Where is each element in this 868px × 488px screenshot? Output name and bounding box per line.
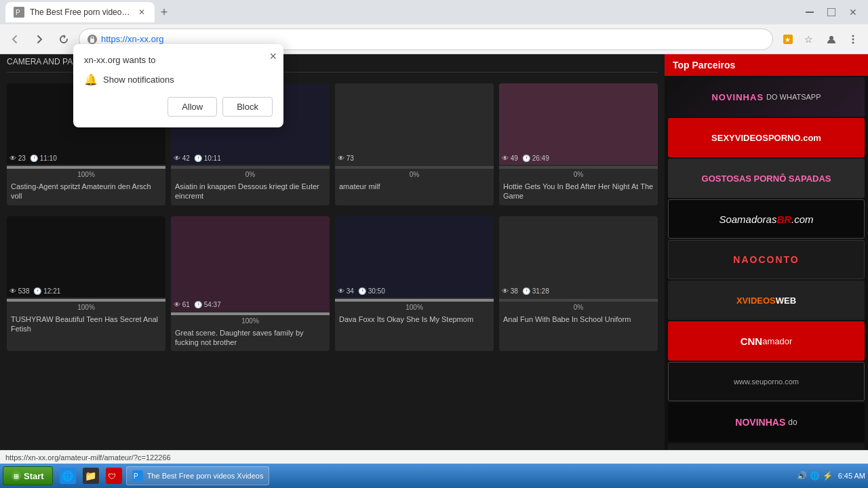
svg-text:P: P	[16, 9, 20, 16]
progress-bar-7	[335, 299, 494, 302]
svg-text:🌐: 🌐	[62, 470, 74, 482]
svg-text:☆: ☆	[804, 34, 813, 45]
svg-point-12	[852, 41, 854, 43]
block-button[interactable]: Block	[222, 97, 273, 117]
svg-marker-4	[64, 35, 66, 39]
popup-close-button[interactable]: ×	[269, 49, 277, 64]
svg-text:P: P	[134, 472, 138, 480]
popup-title: xn-xx.org wants to	[84, 55, 273, 65]
sidebar-ad-sexy[interactable]: SEXYVIDEOSPORNO.com	[668, 118, 865, 157]
status-url: https://xn-xx.org/amateur-milf/amateur/?…	[5, 453, 171, 462]
video-title-5: TUSHYRAW Beautiful Teen Has Secret Anal …	[7, 312, 165, 338]
sidebar-ad-novinhas[interactable]: NOVINHAS DO WHATSAPP	[668, 77, 865, 117]
view-count-4: 👁 49	[502, 155, 518, 162]
svg-text:🛡: 🛡	[108, 472, 116, 481]
back-button[interactable]	[5, 30, 24, 49]
video-title-6: Great scene. Daughter saves family by fu…	[171, 325, 330, 352]
duration-8: 🕐 31:28	[522, 287, 549, 295]
toolbar-icons: ★ ☆	[778, 30, 863, 49]
tray-icon-3: ⚡	[823, 471, 833, 481]
svg-text:📁: 📁	[85, 470, 97, 482]
refresh-button[interactable]	[54, 30, 73, 49]
sidebar-ad-naoconto[interactable]: NAOCONTO	[668, 240, 865, 279]
progress-bar-5	[7, 299, 165, 302]
tab-favicon: P	[14, 7, 24, 18]
taskbar-icon-2[interactable]: 📁	[80, 466, 102, 485]
browser-titlebar: P The Best Free porn videos Xvideos ✕ + …	[0, 0, 868, 24]
bookmark-star-icon[interactable]: ☆	[800, 30, 819, 49]
video-title-3: amateur milf	[335, 179, 494, 195]
close-button[interactable]: ✕	[844, 3, 863, 22]
view-count-1: 👁 23	[9, 155, 26, 162]
video-title-4: Hottie Gets You In Bed After Her Night A…	[499, 179, 658, 205]
taskbar: ⊞ Start 🌐 📁 🛡 P The Best Free porn video…	[0, 464, 868, 488]
video-thumb-4: 👁 49 🕐 26:49	[499, 83, 658, 165]
popup-buttons: Allow Block	[84, 97, 273, 117]
sidebar-header: Top Parceiros	[665, 54, 868, 76]
progress-bar-1	[7, 166, 165, 169]
url-display: https://xn-xx.org	[101, 34, 764, 44]
start-button[interactable]: ⊞ Start	[3, 466, 53, 485]
svg-rect-2	[806, 12, 814, 13]
video-card-8[interactable]: 👁 38 🕐 31:28 0% Anal Fun With Babe In Sc…	[499, 216, 658, 352]
video-card-4[interactable]: 👁 49 🕐 26:49 0% Hottie Gets You In Bed A…	[499, 83, 658, 205]
view-count-3: 👁 73	[338, 155, 354, 162]
video-grid-row2: 👁 538 🕐 12:21 100% TUSHYRAW Beautiful Te…	[7, 211, 658, 352]
sidebar-ad-soamadoras[interactable]: SoamadorasBR.com	[668, 199, 865, 239]
taskbar-task-title: The Best Free porn videos Xvideos	[147, 472, 264, 480]
notification-popup: × xn-xx.org wants to 🔔 Show notification…	[73, 44, 283, 127]
minimize-button[interactable]	[800, 3, 819, 22]
bookmark-extension-icon[interactable]: ★	[778, 30, 797, 49]
duration-7: 🕐 30:50	[358, 287, 385, 295]
duration-1: 🕐 11:10	[30, 155, 57, 162]
new-tab-button[interactable]: +	[155, 3, 174, 22]
taskbar-time: 6:45 AM	[838, 472, 865, 480]
video-card-7[interactable]: 👁 34 🕐 30:50 100% Dava Foxx Its Okay She…	[335, 216, 494, 352]
window-controls: ✕	[800, 3, 863, 22]
menu-icon[interactable]	[844, 30, 863, 49]
video-thumb-6: 👁 61 🕐 54:37	[171, 216, 330, 311]
account-icon[interactable]	[822, 30, 841, 49]
view-count-7: 👁 34	[338, 287, 354, 295]
taskbar-quick-icons: 🌐 📁 🛡	[57, 466, 125, 485]
video-card-3[interactable]: 👁 73 0% amateur milf	[335, 83, 494, 205]
video-title-2: Asiatin in knappen Dessous kriegt die Eu…	[171, 179, 330, 205]
taskbar-icon-1[interactable]: 🌐	[57, 466, 79, 485]
video-title-7: Dava Foxx Its Okay She Is My Stepmom	[335, 312, 494, 328]
svg-rect-3	[827, 8, 835, 16]
forward-button[interactable]	[30, 30, 49, 49]
allow-button[interactable]: Allow	[167, 97, 217, 117]
video-thumb-3: 👁 73	[335, 83, 494, 165]
browser-tab[interactable]: P The Best Free porn videos Xvideos ✕	[5, 2, 155, 22]
progress-bar-2	[171, 166, 330, 169]
svg-rect-5	[90, 39, 94, 43]
sidebar-ad-xvideosweb[interactable]: XVIDEOSWEB	[668, 281, 865, 320]
tab-title: The Best Free porn videos Xvideos	[30, 7, 132, 17]
video-card-5[interactable]: 👁 538 🕐 12:21 100% TUSHYRAW Beautiful Te…	[7, 216, 165, 352]
progress-fill-5	[7, 299, 165, 302]
tray-icon-2: 🌐	[810, 471, 820, 481]
notification-text: Show notifications	[103, 75, 174, 85]
view-count-5: 👁 538	[9, 287, 29, 295]
video-card-6[interactable]: 👁 61 🕐 54:37 100% Great scene. Daughter …	[171, 216, 330, 352]
video-thumb-5: 👁 538 🕐 12:21	[7, 216, 165, 298]
progress-bar-4	[499, 166, 658, 169]
progress-fill-7	[335, 299, 494, 302]
taskbar-icon-3[interactable]: 🛡	[103, 466, 125, 485]
taskbar-active-task[interactable]: P The Best Free porn videos Xvideos	[126, 466, 270, 485]
progress-bar-3	[335, 166, 494, 169]
bell-icon: 🔔	[84, 73, 98, 86]
video-title-8: Anal Fun With Babe In School Uniform	[499, 312, 658, 328]
view-count-2: 👁 42	[174, 155, 190, 162]
sidebar-ad-novinhas2[interactable]: NOVINHASdo	[668, 403, 865, 442]
popup-notification-row: 🔔 Show notifications	[84, 73, 273, 86]
maximize-button[interactable]	[822, 3, 841, 22]
sidebar-ad-seuporno[interactable]: www.seuporno.com	[668, 362, 865, 401]
sidebar: Top Parceiros NOVINHAS DO WHATSAPP SEXYV…	[665, 54, 868, 488]
sidebar-ad-cnnamador[interactable]: CNNamador	[668, 321, 865, 361]
video-title-1: Casting-Agent spritzt Amateurin den Arsc…	[7, 179, 165, 205]
status-bar: https://xn-xx.org/amateur-milf/amateur/?…	[0, 450, 868, 464]
sidebar-ad-gostosas[interactable]: GOSTOSAS PORNÔ SAPADAS	[668, 159, 865, 198]
progress-fill-6	[171, 312, 330, 315]
tab-close-button[interactable]: ✕	[137, 7, 146, 18]
